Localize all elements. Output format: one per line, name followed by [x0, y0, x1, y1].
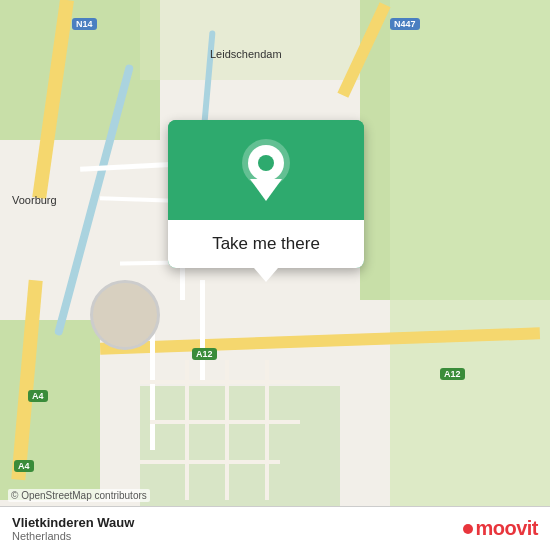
location-country: Netherlands: [12, 530, 134, 542]
moovit-logo-text: moovit: [475, 517, 538, 540]
location-pin-icon: [240, 139, 292, 201]
map-container: N14 N447 A12 A12 A4 A4 Leidschendam Voor…: [0, 0, 550, 550]
road-grid-v2: [225, 360, 229, 500]
road-grid-v3: [265, 360, 269, 500]
footer-location: Vlietkinderen Wauw Netherlands: [12, 515, 134, 542]
green-area-center-s: [140, 386, 340, 506]
place-voorburg: Voorburg: [12, 194, 57, 206]
popup-icon-area: [168, 120, 364, 220]
map-attribution: © OpenStreetMap contributors: [8, 489, 150, 502]
road-grid1: [140, 380, 300, 384]
green-area-east2: [390, 0, 550, 550]
road-grid3: [140, 460, 280, 464]
roundabout: [90, 280, 160, 350]
road-badge-n447: N447: [390, 18, 420, 30]
svg-point-2: [258, 155, 274, 171]
svg-marker-3: [250, 179, 282, 201]
moovit-dot-icon: [463, 524, 473, 534]
road-badge-a12-right: A12: [440, 368, 465, 380]
take-me-there-button[interactable]: Take me there: [168, 220, 364, 268]
place-leidschendam: Leidschendam: [210, 48, 282, 60]
location-name: Vlietkinderen Wauw: [12, 515, 134, 530]
green-area-top-center: [140, 0, 360, 80]
map-footer: Vlietkinderen Wauw Netherlands moovit: [0, 506, 550, 550]
road-w6: [200, 280, 205, 380]
road-badge-a4-2: A4: [14, 460, 34, 472]
road-badge-a12-left: A12: [192, 348, 217, 360]
road-grid-v1: [185, 360, 189, 500]
popup-card: Take me there: [168, 120, 364, 268]
road-badge-n14: N14: [72, 18, 97, 30]
road-badge-a4: A4: [28, 390, 48, 402]
moovit-logo-area: moovit: [463, 517, 538, 540]
